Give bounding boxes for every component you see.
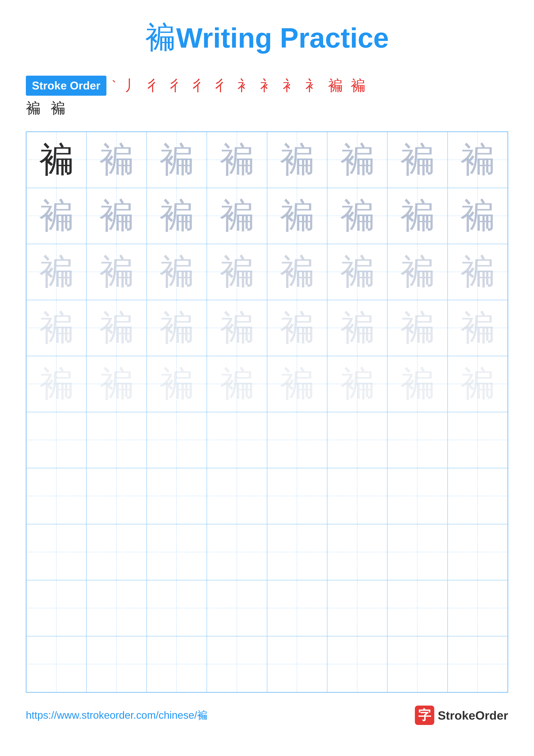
- grid-cell[interactable]: [87, 580, 146, 636]
- grid-cell[interactable]: 褊: [387, 356, 447, 412]
- page-title: Writing Practice: [176, 22, 389, 54]
- practice-char: 褊: [460, 137, 495, 183]
- grid-cell[interactable]: 褊: [87, 356, 146, 412]
- practice-char: 褊: [99, 305, 134, 351]
- title-character: 褊: [145, 21, 175, 54]
- grid-cell[interactable]: [327, 636, 387, 692]
- grid-cell[interactable]: [26, 524, 87, 580]
- grid-cell[interactable]: [147, 412, 207, 468]
- grid-cell[interactable]: [87, 412, 146, 468]
- grid-cell[interactable]: [447, 636, 508, 692]
- grid-cell[interactable]: 褊: [207, 356, 267, 412]
- grid-cell[interactable]: 褊: [147, 300, 207, 356]
- grid-cell[interactable]: 褊: [267, 188, 327, 244]
- practice-char: 褊: [280, 361, 314, 407]
- grid-cell[interactable]: 褊: [267, 244, 327, 300]
- grid-cell[interactable]: [387, 636, 447, 692]
- grid-cell[interactable]: 褊: [447, 132, 508, 188]
- grid-cell[interactable]: [207, 524, 267, 580]
- grid-cell[interactable]: [147, 580, 207, 636]
- grid-cell[interactable]: 褊: [387, 132, 447, 188]
- grid-cell[interactable]: [207, 580, 267, 636]
- grid-cell[interactable]: [267, 468, 327, 524]
- practice-char: 褊: [400, 249, 435, 295]
- practice-char: 褊: [340, 249, 375, 295]
- grid-cell[interactable]: 褊: [447, 188, 508, 244]
- practice-char: 褊: [220, 361, 254, 407]
- grid-cell[interactable]: 褊: [147, 132, 207, 188]
- grid-cell[interactable]: [207, 636, 267, 692]
- practice-char: 褊: [39, 361, 74, 407]
- grid-cell[interactable]: [267, 636, 327, 692]
- grid-cell[interactable]: 褊: [87, 188, 146, 244]
- grid-cell[interactable]: [387, 468, 447, 524]
- grid-cell[interactable]: 褊: [207, 132, 267, 188]
- grid-cell[interactable]: 褊: [327, 356, 387, 412]
- grid-cell[interactable]: 褊: [26, 132, 87, 188]
- grid-cell[interactable]: 褊: [447, 356, 508, 412]
- grid-cell[interactable]: [87, 636, 146, 692]
- grid-cell[interactable]: 褊: [387, 188, 447, 244]
- grid-cell[interactable]: [327, 468, 387, 524]
- grid-cell[interactable]: 褊: [267, 356, 327, 412]
- grid-cell[interactable]: [147, 636, 207, 692]
- grid-cell[interactable]: 褊: [87, 244, 146, 300]
- grid-cell[interactable]: [327, 580, 387, 636]
- grid-cell[interactable]: [387, 524, 447, 580]
- grid-cell[interactable]: 褊: [26, 356, 87, 412]
- grid-cell[interactable]: [387, 580, 447, 636]
- practice-char: 褊: [340, 193, 375, 239]
- grid-cell[interactable]: 褊: [327, 300, 387, 356]
- grid-cell[interactable]: 褊: [447, 244, 508, 300]
- practice-char: 褊: [220, 305, 254, 351]
- grid-cell[interactable]: 褊: [447, 300, 508, 356]
- grid-cell[interactable]: 褊: [327, 132, 387, 188]
- grid-cell[interactable]: 褊: [267, 300, 327, 356]
- grid-cell[interactable]: 褊: [147, 188, 207, 244]
- grid-cell[interactable]: 褊: [267, 132, 327, 188]
- grid-cell[interactable]: 褊: [147, 356, 207, 412]
- grid-cell[interactable]: 褊: [26, 300, 87, 356]
- practice-char: 褊: [99, 193, 134, 239]
- grid-cell[interactable]: [207, 412, 267, 468]
- grid-cell[interactable]: 褊: [26, 244, 87, 300]
- grid-cell[interactable]: [26, 580, 87, 636]
- footer-url[interactable]: https://www.strokeorder.com/chinese/褊: [26, 708, 207, 722]
- grid-cell[interactable]: 褊: [87, 300, 146, 356]
- grid-cell[interactable]: 褊: [387, 244, 447, 300]
- grid-cell[interactable]: [447, 580, 508, 636]
- grid-cell[interactable]: [87, 468, 146, 524]
- grid-cell[interactable]: 褊: [327, 244, 387, 300]
- grid-cell[interactable]: 褊: [387, 300, 447, 356]
- grid-cell[interactable]: [447, 412, 508, 468]
- practice-char: 褊: [280, 137, 314, 183]
- grid-cell[interactable]: [267, 524, 327, 580]
- writing-grid: 褊 褊 褊 褊 褊 褊 褊 褊 褊 褊 褊 褊 褊 褊 褊 褊 褊 褊 褊 褊 …: [26, 131, 508, 693]
- grid-cell[interactable]: 褊: [26, 188, 87, 244]
- grid-cell[interactable]: [387, 412, 447, 468]
- grid-cell[interactable]: 褊: [207, 244, 267, 300]
- grid-cell[interactable]: [327, 524, 387, 580]
- grid-cell[interactable]: 褊: [87, 132, 146, 188]
- grid-cell[interactable]: [207, 468, 267, 524]
- practice-char: 褊: [220, 193, 254, 239]
- grid-cell[interactable]: 褊: [147, 244, 207, 300]
- grid-cell[interactable]: [147, 524, 207, 580]
- grid-cell[interactable]: [447, 468, 508, 524]
- grid-cell[interactable]: [327, 412, 387, 468]
- grid-cell[interactable]: [267, 580, 327, 636]
- practice-char: 褊: [280, 249, 314, 295]
- grid-cell[interactable]: [26, 636, 87, 692]
- practice-char: 褊: [159, 361, 194, 407]
- grid-cell[interactable]: 褊: [327, 188, 387, 244]
- grid-cell[interactable]: [87, 524, 146, 580]
- practice-char: 褊: [460, 193, 495, 239]
- practice-char: 褊: [460, 249, 495, 295]
- grid-cell[interactable]: [147, 468, 207, 524]
- grid-cell[interactable]: [267, 412, 327, 468]
- grid-cell[interactable]: [447, 524, 508, 580]
- grid-cell[interactable]: 褊: [207, 300, 267, 356]
- grid-cell[interactable]: [26, 468, 87, 524]
- grid-cell[interactable]: [26, 412, 87, 468]
- grid-cell[interactable]: 褊: [207, 188, 267, 244]
